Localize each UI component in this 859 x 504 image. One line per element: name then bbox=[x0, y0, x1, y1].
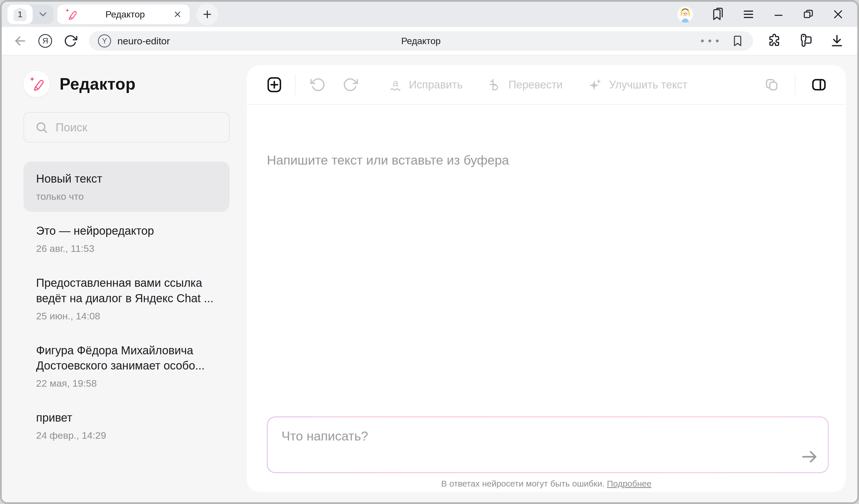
redo-button[interactable] bbox=[343, 77, 358, 92]
tabs-dropdown-button[interactable] bbox=[33, 4, 53, 24]
app-title: Редактор bbox=[60, 74, 136, 93]
search-box[interactable] bbox=[24, 112, 230, 142]
new-document-button[interactable] bbox=[266, 76, 283, 93]
passwords-icon[interactable] bbox=[798, 33, 813, 48]
document-list: Новый текст только что Это — нейроредакт… bbox=[24, 162, 230, 453]
prompt-input[interactable] bbox=[268, 417, 828, 472]
new-document-icon bbox=[266, 76, 283, 93]
disclaimer-text: В ответах нейросети могут быть ошибки. bbox=[441, 479, 604, 488]
copy-button[interactable] bbox=[764, 77, 779, 92]
editor-card: а Исправить Перевести bbox=[247, 65, 846, 492]
list-item[interactable]: Фигура Фёдора Михайловича Достоевского з… bbox=[24, 333, 230, 399]
plus-icon bbox=[201, 9, 213, 20]
toolbar-divider bbox=[795, 74, 796, 95]
url-field-actions bbox=[700, 35, 744, 47]
doc-title: привет bbox=[36, 410, 217, 425]
browser-window: 1 Редактор bbox=[0, 0, 859, 504]
list-item[interactable]: Это — нейроредактор 26 авг., 11:53 bbox=[24, 214, 230, 264]
user-avatar[interactable] bbox=[677, 6, 693, 22]
translate-icon bbox=[488, 78, 502, 92]
list-item[interactable]: привет 24 февр., 14:29 bbox=[24, 400, 230, 451]
doc-title: Новый текст bbox=[36, 171, 217, 186]
yandex-letter: Я bbox=[42, 36, 48, 46]
main-area: а Исправить Перевести bbox=[247, 56, 857, 502]
magic-pencil-icon bbox=[29, 76, 44, 92]
site-favicon: Y bbox=[98, 34, 111, 47]
downloads-icon[interactable] bbox=[830, 34, 844, 48]
page-title: Редактор bbox=[89, 36, 753, 46]
tab-counter-value: 1 bbox=[18, 10, 22, 19]
reload-icon[interactable] bbox=[63, 34, 77, 48]
address-bar: Я Y neuro-editor Редактор bbox=[2, 27, 857, 56]
translate-button[interactable]: Перевести bbox=[488, 78, 563, 92]
tab-close-icon[interactable] bbox=[173, 10, 182, 19]
doc-date: 24 февр., 14:29 bbox=[36, 430, 217, 441]
improve-text-button[interactable]: Улучшить текст bbox=[588, 77, 688, 92]
tab-counter-group: 1 bbox=[7, 4, 53, 24]
prompt-area bbox=[267, 416, 829, 473]
search-input[interactable] bbox=[56, 121, 218, 134]
doc-title: Это — нейроредактор bbox=[36, 223, 217, 239]
new-tab-button[interactable] bbox=[196, 3, 218, 25]
fix-text-label: Исправить bbox=[409, 79, 463, 91]
page-content: Редактор Новый текст только что Это — не… bbox=[2, 56, 857, 502]
search-icon bbox=[35, 121, 48, 134]
back-icon[interactable] bbox=[13, 34, 27, 48]
bookmark-icon[interactable] bbox=[731, 35, 744, 47]
fix-text-button[interactable]: а Исправить bbox=[388, 78, 463, 92]
restore-icon[interactable] bbox=[802, 8, 814, 20]
shield-icon: 1 bbox=[13, 7, 27, 21]
list-item[interactable]: Новый текст только что bbox=[24, 162, 230, 212]
app-logo bbox=[24, 71, 50, 97]
magic-pencil-icon bbox=[65, 8, 77, 20]
toolbar-divider bbox=[295, 74, 296, 95]
copy-icon bbox=[764, 77, 779, 92]
sparkles-icon bbox=[588, 77, 603, 92]
doc-date: 22 мая, 19:58 bbox=[36, 378, 217, 389]
send-button[interactable] bbox=[800, 448, 819, 466]
active-tab[interactable]: Редактор bbox=[57, 4, 190, 24]
yandex-button[interactable]: Я bbox=[39, 34, 52, 48]
details-link[interactable]: Подробнее bbox=[607, 479, 652, 488]
spellcheck-icon: а bbox=[388, 78, 403, 92]
browser-action-icons bbox=[765, 33, 846, 48]
extensions-icon[interactable] bbox=[767, 33, 782, 48]
favicon-letter: Y bbox=[102, 37, 107, 46]
tab-counter-button[interactable]: 1 bbox=[7, 4, 33, 24]
toggle-panel-button[interactable] bbox=[811, 77, 827, 93]
bookmarks-icon[interactable] bbox=[711, 8, 724, 21]
panel-layout-icon bbox=[811, 77, 827, 93]
doc-date: 25 июн., 14:08 bbox=[36, 310, 217, 322]
disclaimer: В ответах нейросети могут быть ошибки. П… bbox=[247, 479, 846, 489]
app-logo-row: Редактор bbox=[24, 71, 230, 97]
doc-title: Предоставленная вами ссылка ведёт на диа… bbox=[36, 275, 217, 306]
doc-date: только что bbox=[36, 191, 217, 202]
redo-icon bbox=[343, 77, 358, 92]
doc-date: 26 авг., 11:53 bbox=[36, 243, 217, 254]
tab-bar: 1 Редактор bbox=[2, 2, 857, 27]
tab-title: Редактор bbox=[77, 9, 173, 20]
editor-placeholder[interactable]: Напишите текст или вставьте из буфера bbox=[267, 153, 846, 168]
editor-toolbar: а Исправить Перевести bbox=[247, 65, 846, 105]
undo-icon bbox=[311, 77, 326, 92]
list-item[interactable]: Предоставленная вами ссылка ведёт на диа… bbox=[24, 265, 230, 331]
tabbar-right-controls bbox=[677, 6, 852, 22]
doc-title: Фигура Фёдора Михайловича Достоевского з… bbox=[36, 343, 217, 373]
window-close-icon[interactable] bbox=[832, 8, 844, 20]
chevron-down-icon bbox=[37, 9, 49, 20]
url-text: neuro-editor bbox=[117, 35, 170, 47]
prompt-box bbox=[267, 416, 829, 473]
improve-text-label: Улучшить текст bbox=[609, 79, 688, 91]
arrow-right-icon bbox=[800, 448, 819, 466]
url-field[interactable]: Y neuro-editor Редактор bbox=[89, 31, 753, 51]
svg-text:а: а bbox=[393, 78, 398, 89]
minimize-icon[interactable] bbox=[772, 8, 785, 20]
translate-label: Перевести bbox=[509, 79, 563, 91]
menu-icon[interactable] bbox=[742, 8, 755, 20]
undo-button[interactable] bbox=[311, 77, 326, 92]
more-icon[interactable] bbox=[700, 39, 719, 43]
sidebar: Редактор Новый текст только что Это — не… bbox=[2, 56, 247, 502]
